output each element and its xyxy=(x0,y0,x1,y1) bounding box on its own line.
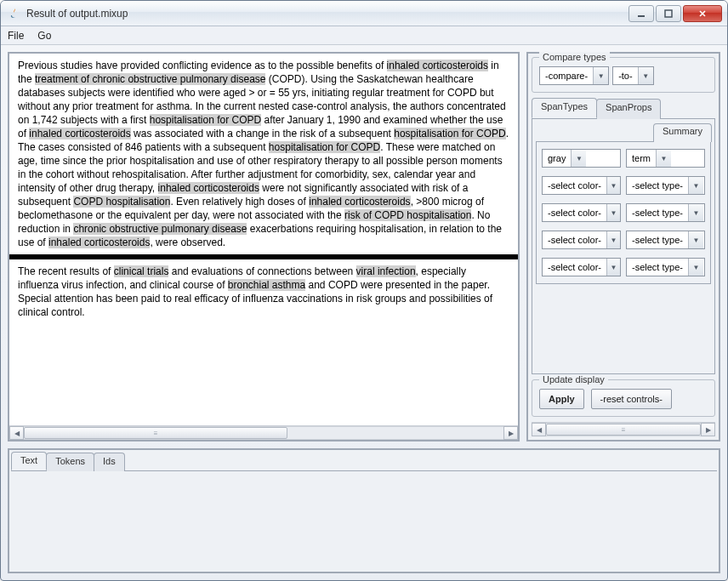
tab-spantypes[interactable]: SpanTypes xyxy=(532,98,597,118)
document-0[interactable]: Previous studies have provided conflicti… xyxy=(9,54,518,254)
selector-row: -select color-▼-select type-▼ xyxy=(542,176,705,195)
scroll-thumb[interactable]: ≡ xyxy=(24,427,287,439)
text-hscrollbar[interactable]: ◀ ≡ ▶ xyxy=(9,425,518,440)
highlighted-span[interactable]: risk of COPD hospitalisation xyxy=(344,209,471,221)
highlighted-span[interactable]: viral infection xyxy=(356,265,416,277)
chevron-down-icon[interactable]: ▼ xyxy=(688,259,703,276)
highlighted-span[interactable]: inhaled corticosteroids xyxy=(387,60,488,71)
apply-button[interactable]: Apply xyxy=(539,389,584,409)
selector-row: -select color-▼-select type-▼ xyxy=(542,258,705,276)
highlighted-span[interactable]: hospitalisation for COPD xyxy=(150,114,261,126)
scroll-left-icon[interactable]: ◀ xyxy=(9,426,24,440)
svg-rect-1 xyxy=(665,10,672,17)
chevron-down-icon[interactable]: ▼ xyxy=(571,150,586,167)
highlighted-span[interactable]: clinical trials xyxy=(114,265,169,277)
text-span[interactable]: was associated with a change in the risk… xyxy=(131,128,395,140)
side-panel: Compare types -compare- ▼ -to- ▼ xyxy=(526,52,720,441)
chevron-down-icon[interactable]: ▼ xyxy=(688,177,703,194)
color-select[interactable]: -select color-▼ xyxy=(542,203,621,222)
client-area: Previous studies have provided conflicti… xyxy=(1,45,727,580)
type-select[interactable]: -select type-▼ xyxy=(626,258,705,276)
type-select[interactable]: term▼ xyxy=(626,149,705,168)
color-select[interactable]: -select color-▼ xyxy=(542,231,621,249)
text-span[interactable]: Previous studies have provided conflicti… xyxy=(18,60,387,71)
minimize-button[interactable] xyxy=(628,5,654,22)
highlighted-span[interactable]: bronchial asthma xyxy=(228,279,305,291)
color-select[interactable]: gray▼ xyxy=(542,149,621,168)
span-tab-pane: SpanTypes SpanProps Summary gray▼term▼-s… xyxy=(532,98,715,374)
text-panel: Previous studies have provided conflicti… xyxy=(8,52,520,441)
highlighted-span[interactable]: inhaled corticosteroids xyxy=(158,182,259,194)
selector-row: -select color-▼-select type-▼ xyxy=(542,231,705,249)
titlebar[interactable]: Result of output.mixup xyxy=(1,1,727,26)
text-scroll[interactable]: Previous studies have provided conflicti… xyxy=(9,54,518,425)
type-select[interactable]: -select type-▼ xyxy=(626,176,705,195)
chevron-down-icon[interactable]: ▼ xyxy=(688,231,703,248)
tab-spanprops[interactable]: SpanProps xyxy=(596,99,661,119)
menu-file[interactable]: File xyxy=(8,30,24,42)
text-span[interactable]: , were observed. xyxy=(150,236,225,248)
tab-ids[interactable]: Ids xyxy=(94,453,125,471)
maximize-button[interactable] xyxy=(656,5,681,22)
java-icon xyxy=(8,7,21,20)
color-select[interactable]: -select color-▼ xyxy=(542,258,621,276)
tab-summary[interactable]: Summary xyxy=(653,123,712,142)
chevron-down-icon[interactable]: ▼ xyxy=(638,67,653,84)
menu-go[interactable]: Go xyxy=(37,30,51,42)
chevron-down-icon[interactable]: ▼ xyxy=(688,204,703,221)
update-legend: Update display xyxy=(539,374,608,384)
bottom-body xyxy=(11,470,717,570)
highlighted-span[interactable]: inhaled corticosteroids xyxy=(48,236,150,248)
highlighted-span[interactable]: hospitalisation for COPD xyxy=(269,141,380,153)
close-button[interactable] xyxy=(683,5,722,22)
chevron-down-icon[interactable]: ▼ xyxy=(606,177,620,194)
type-select[interactable]: -select type-▼ xyxy=(626,231,705,249)
chevron-down-icon[interactable]: ▼ xyxy=(593,67,608,84)
compare-select[interactable]: -compare- ▼ xyxy=(539,66,609,85)
text-span[interactable]: and evaluations of connections between xyxy=(168,265,355,277)
update-fieldset: Update display Apply -reset controls- xyxy=(532,379,715,417)
reset-button[interactable]: -reset controls- xyxy=(591,389,672,409)
scroll-thumb[interactable]: ≡ xyxy=(546,424,701,436)
scroll-track[interactable]: ≡ xyxy=(546,423,701,436)
scroll-right-icon[interactable]: ▶ xyxy=(503,426,518,440)
text-span[interactable]: The recent results of xyxy=(18,265,114,277)
side-hscrollbar[interactable]: ◀ ≡ ▶ xyxy=(532,422,715,436)
top-row: Previous studies have provided conflicti… xyxy=(8,52,720,441)
scroll-right-icon[interactable]: ▶ xyxy=(701,423,715,436)
selector-row: gray▼term▼ xyxy=(542,149,705,168)
color-select[interactable]: -select color-▼ xyxy=(542,176,621,195)
highlighted-span[interactable]: inhaled corticosteroids xyxy=(29,128,130,140)
window-title: Result of output.mixup xyxy=(26,8,628,20)
to-select[interactable]: -to- ▼ xyxy=(612,66,654,85)
menubar: File Go xyxy=(1,26,727,45)
chevron-down-icon[interactable]: ▼ xyxy=(606,259,620,276)
chevron-down-icon[interactable]: ▼ xyxy=(606,231,620,248)
document-1[interactable]: The recent results of clinical trials an… xyxy=(9,259,518,324)
compare-fieldset: Compare types -compare- ▼ -to- ▼ xyxy=(532,57,715,93)
scroll-track[interactable]: ≡ xyxy=(24,426,503,440)
type-select[interactable]: -select type-▼ xyxy=(626,203,705,222)
chevron-down-icon[interactable]: ▼ xyxy=(606,204,620,221)
text-span[interactable]: . Even relatively high doses of xyxy=(170,196,309,208)
tab-tokens[interactable]: Tokens xyxy=(46,453,94,471)
window-buttons xyxy=(628,5,722,22)
scroll-left-icon[interactable]: ◀ xyxy=(532,423,546,436)
compare-legend: Compare types xyxy=(539,52,610,62)
tab-text[interactable]: Text xyxy=(11,452,47,470)
highlighted-span[interactable]: chronic obstructive pulmonary disease xyxy=(73,223,247,235)
selector-rows: gray▼term▼-select color-▼-select type-▼-… xyxy=(536,141,711,284)
svg-rect-0 xyxy=(638,15,645,17)
app-window: Result of output.mixup File Go Previous … xyxy=(0,0,728,581)
highlighted-span[interactable]: treatment of chronic obstructive pulmona… xyxy=(35,73,265,85)
selector-row: -select color-▼-select type-▼ xyxy=(542,203,705,222)
bottom-panel: Text Tokens Ids xyxy=(8,448,720,573)
highlighted-span[interactable]: COPD hospitalisation xyxy=(73,196,170,208)
highlighted-span[interactable]: hospitalisation for COPD xyxy=(394,128,505,140)
highlighted-span[interactable]: inhaled corticosteroids xyxy=(309,196,410,208)
chevron-down-icon[interactable]: ▼ xyxy=(656,150,671,167)
